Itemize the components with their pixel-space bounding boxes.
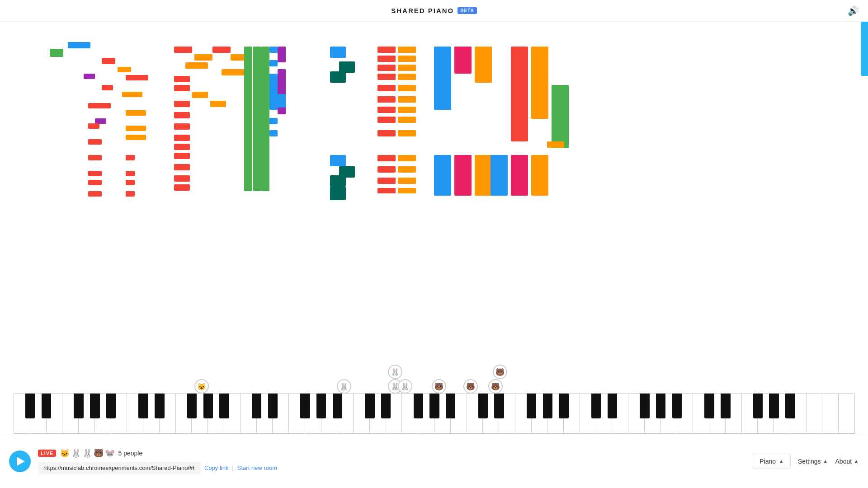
settings-chevron-icon: ▲ — [823, 458, 828, 465]
note-bar — [174, 184, 190, 191]
black-key[interactable] — [478, 394, 488, 418]
note-bar — [102, 58, 115, 64]
black-key[interactable] — [753, 394, 763, 418]
note-bar — [174, 153, 190, 159]
emoji-5: 🐭 — [105, 448, 115, 458]
note-bar — [377, 47, 396, 53]
black-key[interactable] — [203, 394, 213, 418]
black-key[interactable] — [365, 394, 374, 418]
black-key[interactable] — [429, 394, 439, 418]
bottom-bar: LIVE 🐱 🐰 🐰 🐻 🐭 5 people Copy link | Star… — [0, 434, 868, 488]
black-key[interactable] — [769, 394, 778, 418]
white-key[interactable] — [839, 394, 855, 433]
note-bar — [531, 47, 548, 119]
title-group: SHARED PIANO BETA — [391, 7, 477, 14]
black-key[interactable] — [656, 394, 665, 418]
note-bar — [174, 135, 190, 141]
emoji-2: 🐰 — [71, 448, 81, 458]
room-url-input[interactable] — [38, 462, 201, 474]
right-tab — [861, 22, 868, 76]
black-key[interactable] — [268, 394, 278, 418]
note-bar — [88, 139, 102, 145]
note-bar — [398, 65, 416, 71]
black-key[interactable] — [494, 394, 504, 418]
black-key[interactable] — [543, 394, 552, 418]
note-bar — [88, 155, 102, 160]
black-key[interactable] — [608, 394, 617, 418]
black-key[interactable] — [527, 394, 536, 418]
note-bar — [398, 47, 416, 53]
note-bar — [552, 85, 569, 148]
black-key[interactable] — [90, 394, 99, 418]
black-key[interactable] — [333, 394, 342, 418]
note-bar — [330, 187, 346, 200]
player-avatar: 🐰 — [388, 365, 402, 379]
note-bar — [377, 96, 396, 103]
about-button[interactable]: About ▲ — [835, 458, 859, 465]
white-key[interactable] — [822, 394, 839, 433]
volume-icon[interactable]: 🔊 — [848, 5, 859, 16]
black-key[interactable] — [640, 394, 649, 418]
participants-emoji-row: 🐱 🐰 🐰 🐻 🐭 5 people — [60, 448, 142, 458]
player-avatar: 🐻 — [488, 379, 503, 394]
right-controls: Piano ▲ Settings ▲ About ▲ — [753, 454, 859, 469]
black-key[interactable] — [25, 394, 35, 418]
note-bar — [269, 74, 278, 110]
note-bar — [398, 117, 416, 123]
note-bar — [398, 178, 416, 184]
black-key[interactable] — [591, 394, 601, 418]
black-key[interactable] — [138, 394, 148, 418]
note-bar — [122, 92, 142, 97]
black-key[interactable] — [219, 394, 229, 418]
black-key[interactable] — [106, 394, 116, 418]
note-bar — [377, 56, 396, 62]
black-key[interactable] — [721, 394, 730, 418]
white-key[interactable] — [807, 394, 823, 433]
about-label: About — [835, 458, 852, 465]
note-bar — [330, 71, 346, 83]
black-key[interactable] — [316, 394, 326, 418]
black-key[interactable] — [187, 394, 197, 418]
note-bar — [84, 74, 95, 79]
note-bars — [14, 22, 854, 393]
note-bar — [222, 69, 244, 75]
black-key[interactable] — [381, 394, 391, 418]
instrument-dropdown[interactable]: Piano ▲ — [753, 454, 791, 469]
black-key[interactable] — [446, 394, 455, 418]
note-bar — [174, 144, 190, 150]
note-bar — [253, 47, 261, 191]
note-bar — [88, 180, 102, 185]
black-key[interactable] — [785, 394, 795, 418]
live-badge-row: LIVE 🐱 🐰 🐰 🐻 🐭 5 people — [38, 448, 277, 458]
start-new-room-link[interactable]: Start new room — [237, 465, 277, 471]
black-key[interactable] — [672, 394, 682, 418]
note-bar — [330, 47, 346, 58]
player-avatar: 🐰 — [398, 379, 412, 394]
note-bar — [126, 126, 146, 131]
note-bar — [102, 85, 113, 90]
note-bar — [434, 155, 451, 196]
black-key[interactable] — [414, 394, 423, 418]
black-key[interactable] — [300, 394, 310, 418]
black-key[interactable] — [704, 394, 714, 418]
black-key[interactable] — [252, 394, 261, 418]
note-bar — [174, 164, 190, 170]
note-bar — [377, 117, 396, 123]
beta-badge: BETA — [458, 7, 476, 14]
note-bar — [174, 175, 190, 182]
play-button[interactable] — [9, 450, 31, 472]
note-bar — [174, 85, 190, 91]
note-bar — [261, 47, 269, 191]
black-key[interactable] — [74, 394, 83, 418]
note-bar — [377, 74, 396, 80]
black-key[interactable] — [559, 394, 568, 418]
note-bar — [174, 112, 190, 118]
settings-button[interactable]: Settings ▲ — [798, 458, 828, 465]
player-avatar: 🐻 — [493, 365, 507, 379]
piano-keyboard[interactable]: 🐱🐰🐰🐰🐰🐻🐻🐻🐻 — [14, 393, 854, 434]
copy-link[interactable]: Copy link — [204, 465, 228, 471]
black-key[interactable] — [42, 394, 51, 418]
black-key[interactable] — [155, 394, 164, 418]
note-bar — [398, 56, 416, 62]
note-bar — [50, 49, 63, 57]
